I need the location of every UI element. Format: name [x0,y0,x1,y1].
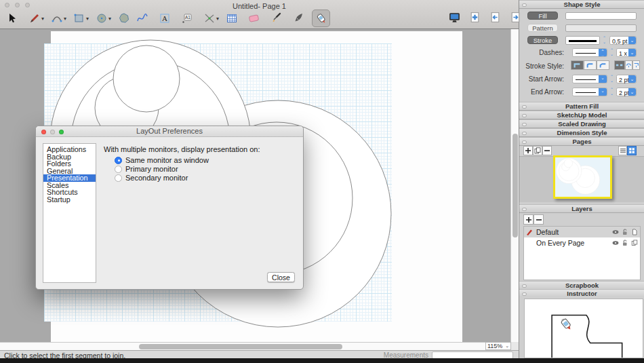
layer-page-icon[interactable] [631,229,638,235]
tool-circle[interactable] [92,9,110,27]
zoom-window-button[interactable] [59,130,64,134]
cap-square-button[interactable] [632,60,640,70]
layer-row-default[interactable]: Default [524,227,640,237]
section-header-sketchup-model[interactable]: SketchUp Model [519,111,644,119]
tool-eraser[interactable] [245,9,263,27]
layer-visibility-eye-icon[interactable] [612,240,619,246]
radio-secondary-monitor[interactable]: Secondary monitor [115,174,188,182]
end-arrow-dropdown[interactable]: ⌄ [572,88,607,96]
section-header-scaled-drawing[interactable]: Scaled Drawing [519,119,644,128]
add-page-list-button[interactable] [523,146,533,155]
list-item[interactable]: Startup [43,196,96,204]
start-presentation-button[interactable] [447,10,462,24]
tool-line[interactable] [25,9,43,27]
remove-page-button[interactable] [542,146,552,155]
collapse-knob-icon[interactable] [522,292,527,296]
section-header-pattern-fill[interactable]: Pattern Fill [519,102,644,111]
rectangle-icon [73,12,85,24]
tool-arc[interactable] [47,9,66,27]
section-header-pages[interactable]: Pages [519,137,644,146]
label-icon: A1 [181,12,193,24]
dashes-scale-dropdown[interactable]: 1 x⌄ [616,48,637,57]
start-arrow-size-dropdown[interactable]: 2 pt⌄ [616,75,637,83]
tool-polygon[interactable] [115,9,133,27]
zoom-level-dropdown[interactable]: 115%⌄ [485,342,511,350]
list-item[interactable]: Folders [43,160,96,168]
corner-miter-button[interactable] [571,60,584,70]
next-page-button[interactable] [508,10,523,24]
previous-page-button[interactable] [488,10,502,24]
page-thumbnail-selected[interactable] [553,155,612,199]
layer-visibility-eye-icon[interactable] [612,229,619,235]
close-button[interactable]: Close [267,272,295,282]
add-page-button[interactable] [468,10,482,24]
layer-lock-icon[interactable] [622,229,628,235]
stroke-width-stepper[interactable]: ⌃⌄ [601,36,607,45]
tool-join[interactable] [312,9,330,27]
stroke-toggle-button[interactable]: Stroke [527,36,558,44]
tool-style-eyedropper[interactable] [267,9,285,27]
tool-pen[interactable] [289,9,308,27]
dialog-title-bar[interactable]: LayOut Preferences [36,126,303,137]
tool-angle[interactable] [200,9,218,27]
vertical-scrollbar-thumb[interactable] [512,134,518,237]
pages-grid-view-button[interactable] [627,146,637,155]
horizontal-scrollbar-thumb[interactable] [139,344,342,349]
list-item[interactable]: Shortcuts [43,189,96,196]
fill-toggle-button[interactable]: Fill [527,12,558,20]
collapse-knob-icon[interactable] [522,284,527,288]
radio-same-monitor[interactable]: Same monitor as window [115,156,209,164]
layer-row-on-every-page[interactable]: On Every Page [524,237,640,248]
tool-label[interactable]: A1 [178,9,196,27]
pages-list-view-button[interactable] [618,146,627,155]
collapse-knob-icon[interactable] [522,105,527,109]
cap-butt-button[interactable] [614,60,625,70]
cap-round-button[interactable] [625,60,632,70]
collapse-knob-icon[interactable] [522,123,527,126]
layer-shared-pages-icon[interactable] [631,240,638,246]
start-arrow-dropdown[interactable]: ⌄ [572,75,607,83]
section-header-shape-style[interactable]: Shape Style [519,0,644,9]
horizontal-scrollbar[interactable] [0,342,485,350]
close-window-button[interactable] [41,130,46,134]
section-header-dimension-style[interactable]: Dimension Style [519,128,644,137]
radio-unselected-icon[interactable] [115,166,122,173]
duplicate-page-button[interactable] [533,146,542,155]
pattern-well[interactable] [565,24,637,32]
tool-rectangle[interactable] [70,9,88,27]
radio-selected-icon[interactable] [115,157,122,164]
add-layer-button[interactable] [523,214,534,225]
end-arrow-size-dropdown[interactable]: 2 pt⌄ [616,88,637,96]
layer-lock-icon[interactable] [622,240,628,246]
collapse-knob-icon[interactable] [522,114,527,117]
remove-layer-button[interactable] [534,214,544,225]
start-arrow-stepper[interactable]: ⌃⌄ [609,75,615,83]
preferences-category-list[interactable]: Applications Backup Folders General Pres… [43,143,96,283]
collapse-knob-icon[interactable] [522,3,527,7]
vertical-scrollbar[interactable] [510,29,519,342]
fill-row: Fill [519,12,644,21]
section-header-layers[interactable]: Layers [519,204,644,213]
pattern-toggle-button[interactable]: Pattern [527,24,558,32]
dashes-pattern-dropdown[interactable]: ⌃⌄ [572,48,607,57]
list-item-selected[interactable]: Presentation [43,174,96,182]
corner-bevel-button[interactable] [597,60,609,70]
radio-primary-monitor[interactable]: Primary monitor [115,165,178,173]
tool-table[interactable] [222,9,241,27]
collapse-knob-icon[interactable] [522,132,527,135]
collapse-knob-icon[interactable] [522,208,527,211]
tool-select[interactable] [3,9,21,27]
corner-round-button[interactable] [584,60,597,70]
tool-freehand[interactable] [133,9,151,27]
dashes-scale-stepper[interactable]: ⌃⌄ [609,48,615,57]
stroke-preview-well[interactable] [565,36,600,45]
radio-unselected-icon[interactable] [115,174,122,182]
tool-text[interactable]: A [155,9,174,27]
layer-name: On Every Page [536,239,584,247]
fill-color-well[interactable] [565,12,637,20]
dashes-row: Dashes: ⌃⌄ ⌃⌄ 1 x⌄ [519,48,644,58]
stroke-width-dropdown[interactable]: 0,5 pt⌄ [609,36,637,45]
end-arrow-stepper[interactable]: ⌃⌄ [609,88,615,96]
list-item[interactable]: Applications [43,146,96,153]
collapse-knob-icon[interactable] [522,140,527,144]
